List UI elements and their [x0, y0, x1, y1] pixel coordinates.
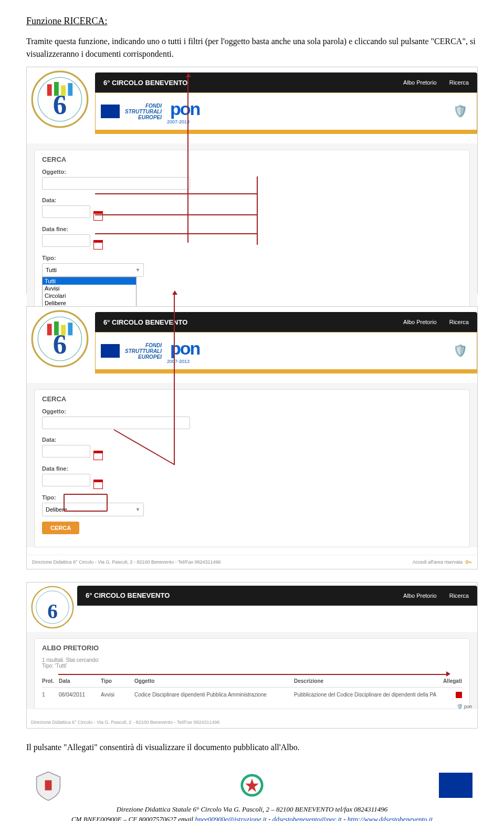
nav-albo[interactable]: Albo Pretorio — [403, 319, 437, 325]
albo-results-count: 1 risultati. Stai cercando: — [42, 657, 462, 663]
italy-crest-icon: 🛡️ — [453, 344, 467, 358]
cell-descrizione: Pubblicazione del Codice Disciplinare de… — [294, 692, 437, 699]
search-card: CERCA Oggetto: Data: Data fine: Tipo: Tu… — [34, 150, 470, 328]
tipo-select[interactable]: Tutti▼ — [42, 263, 144, 277]
nav-ricerca[interactable]: Ricerca — [449, 593, 469, 599]
page-footer: Direzione Didattica Statale 6° Circolo V… — [26, 770, 478, 821]
option-tutti[interactable]: Tutti — [43, 277, 136, 285]
banner-strutt: STRUTTURALI — [125, 348, 162, 354]
school-logo: 6 — [31, 586, 74, 629]
data-input[interactable] — [42, 205, 90, 218]
option-circolari[interactable]: Circolari — [43, 292, 136, 299]
svg-rect-19 — [45, 780, 52, 790]
chevron-down-icon: ▼ — [135, 507, 140, 512]
svg-rect-3 — [47, 84, 52, 96]
footer-url[interactable]: http://www.ddsestobenevento.it — [348, 815, 433, 821]
eu-flag-icon — [101, 105, 120, 118]
oggetto-label: Oggetto: — [42, 169, 462, 175]
search-card: CERCA Oggetto: Data: Data fine: Tipo: De… — [34, 389, 470, 547]
cerca-button[interactable]: CERCA — [42, 522, 79, 534]
site-brand: 6° CIRCOLO BENEVENTO — [103, 79, 187, 87]
italy-crest-icon: 🛡️ — [453, 105, 467, 118]
footer-line2a: CM BNEE00900E – CF 80007570627 email — [71, 815, 195, 821]
oggetto-input[interactable] — [42, 417, 190, 429]
screenshot-3: 6 6° CIRCOLO BENEVENTO Albo Pretorio Ric… — [26, 582, 478, 729]
accedi-link[interactable]: Accedi all'area riservata — [413, 559, 463, 565]
site-brand: 6° CIRCOLO BENEVENTO — [103, 318, 187, 326]
footer-email1[interactable]: bnee00900e@istruzione.it — [195, 815, 267, 821]
screenshot-1: 6 6° CIRCOLO BENEVENTO Albo Pretorio Ric… — [26, 67, 478, 294]
pon-years: 2007-2013 — [167, 119, 200, 124]
footer-sep1: - — [268, 815, 272, 821]
footer-line1a: Direzione Didattica Statale 6° Circolo — [117, 805, 223, 813]
header-bar: 6° CIRCOLO BENEVENTO Albo Pretorio Ricer… — [95, 72, 477, 92]
nav-ricerca[interactable]: Ricerca — [449, 319, 469, 325]
banner-fondi: FONDI — [125, 342, 162, 348]
intro-paragraph: Tramite questa funzione, indicando uno o… — [26, 35, 478, 60]
section-title: Funzione RICERCA: — [26, 16, 478, 27]
footer-crest-left — [32, 770, 65, 801]
svg-point-15 — [466, 560, 468, 563]
tipo-value: Tutti — [46, 267, 57, 273]
col-prot: Prot. — [42, 678, 59, 684]
cell-prot: 1 — [42, 692, 59, 699]
pon-years: 2007-2013 — [167, 359, 200, 364]
oggetto-label: Oggetto: — [42, 408, 462, 414]
pon-small-logo: 🛡️ pon — [457, 704, 472, 709]
header-bar: 6° CIRCOLO BENEVENTO Albo Pretorio Ricer… — [95, 312, 477, 332]
footer-sep2: - — [343, 815, 348, 821]
data-input[interactable] — [42, 445, 90, 458]
calendar-icon[interactable] — [93, 480, 103, 489]
banner-europei: EUROPEI — [125, 354, 162, 360]
banner-strutt: STRUTTURALI — [125, 109, 162, 115]
table-row: 1 08/04/2011 Avvisi Codice Disciplinare … — [42, 688, 462, 703]
calendar-icon[interactable] — [93, 211, 103, 221]
nav-albo[interactable]: Albo Pretorio — [403, 79, 437, 86]
search-card-title: CERCA — [42, 395, 462, 403]
footer-line1b: Via G. Pascoli, 2 – 82100 BENEVENTO tel/… — [223, 805, 387, 813]
cell-oggetto: Codice Disciplinare dipendenti Pubblica … — [134, 692, 294, 699]
banner-fondi: FONDI — [125, 103, 162, 109]
datafine-input[interactable] — [42, 474, 90, 486]
search-card-title: CERCA — [42, 155, 462, 163]
albo-title: ALBO PRETORIO — [42, 644, 462, 652]
data-label: Data: — [42, 437, 462, 443]
datafine-input[interactable] — [42, 234, 90, 247]
site-brand: 6° CIRCOLO BENEVENTO — [86, 591, 170, 599]
calendar-icon[interactable] — [93, 451, 103, 460]
svg-rect-12 — [54, 321, 59, 335]
pdf-icon[interactable] — [456, 692, 462, 698]
nav-ricerca[interactable]: Ricerca — [449, 79, 469, 86]
option-avvisi[interactable]: Avvisi — [43, 285, 136, 292]
svg-text:6: 6 — [47, 599, 58, 622]
eu-flag-icon — [101, 344, 120, 358]
cell-tipo: Avvisi — [101, 692, 134, 699]
calendar-icon[interactable] — [93, 240, 103, 250]
chevron-down-icon: ▼ — [135, 267, 140, 273]
datafine-label: Data fine: — [42, 226, 462, 232]
school-logo: 6 — [31, 70, 89, 128]
shot-footer-text: Direzione Didattica 6° Circolo - Via G. … — [27, 716, 477, 728]
option-delibere[interactable]: Delibere — [43, 299, 136, 307]
oggetto-input[interactable] — [42, 177, 190, 190]
svg-rect-6 — [68, 83, 72, 96]
svg-rect-5 — [61, 86, 66, 96]
allegati-paragraph: Il pulsante "Allegati" consentirà di vis… — [26, 741, 478, 754]
tipo-label: Tipo: — [42, 255, 462, 261]
footer-email2[interactable]: ddsestobenevento@pec.it — [272, 815, 342, 821]
svg-rect-14 — [68, 323, 72, 335]
table-header: Prot. Data Tipo Oggetto Descrizione Alle… — [42, 675, 462, 688]
data-label: Data: — [42, 197, 462, 203]
datafine-label: Data fine: — [42, 465, 462, 472]
col-data: Data — [59, 678, 101, 684]
albo-filter-summary: Tipo: 'Tutti' — [42, 663, 462, 669]
pon-logo: pon — [170, 99, 200, 119]
nav-albo[interactable]: Albo Pretorio — [403, 593, 437, 599]
pon-banner: FONDI STRUTTURALI EUROPEI pon 2007-2013 … — [95, 92, 477, 134]
col-allegati: Allegati — [437, 678, 462, 684]
pon-banner: FONDI STRUTTURALI EUROPEI pon 2007-2013 … — [95, 332, 477, 373]
svg-rect-4 — [54, 82, 59, 96]
footer-crest-center — [235, 770, 269, 801]
svg-rect-11 — [47, 324, 52, 335]
footer-euflag — [439, 770, 472, 801]
